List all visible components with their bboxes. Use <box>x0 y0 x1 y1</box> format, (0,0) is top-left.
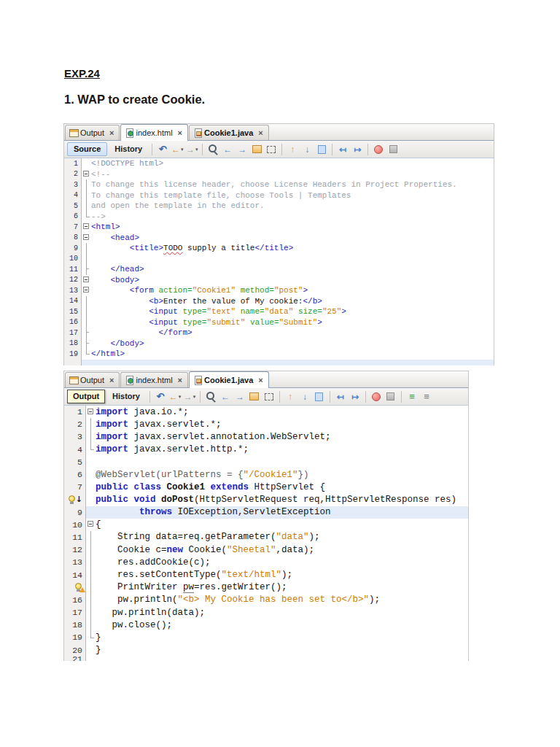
find-selection-icon[interactable] <box>206 143 219 155</box>
warning-bulb-icon[interactable] <box>75 583 82 592</box>
code-fold-toggle-icon[interactable] <box>82 275 91 286</box>
previous-occurrence-icon[interactable] <box>286 143 299 155</box>
shift-left-icon[interactable] <box>334 390 347 403</box>
code-fold-toggle-icon[interactable] <box>82 169 91 180</box>
close-icon[interactable]: × <box>177 128 183 137</box>
shift-left-icon[interactable] <box>336 143 349 155</box>
previous-occurrence-icon[interactable] <box>284 390 297 403</box>
code-fold-toggle-icon[interactable] <box>86 519 96 531</box>
code-line[interactable]: 8 <head> <box>64 233 494 244</box>
code-line[interactable]: 16 <input type="submit" value="Submit"> <box>64 317 494 328</box>
shift-right-icon[interactable] <box>351 143 364 155</box>
close-icon[interactable]: × <box>177 376 183 384</box>
tab-cookie1-java[interactable]: Cookie1.java× <box>189 371 269 388</box>
code-line[interactable]: 11 </head> <box>64 264 494 275</box>
code-line[interactable]: 6--> <box>64 212 494 222</box>
code-line[interactable]: 4import javax.servlet.http.*; <box>64 444 468 456</box>
find-next-icon[interactable] <box>236 143 249 155</box>
forward-icon[interactable] <box>183 390 196 403</box>
tab-output[interactable]: Output× <box>65 372 120 387</box>
find-selection-icon[interactable] <box>204 390 217 403</box>
shift-right-icon[interactable] <box>349 390 362 403</box>
code-line[interactable]: 19</html> <box>64 349 494 360</box>
toggle-search-highlight-icon[interactable] <box>250 143 263 155</box>
code-editor[interactable]: 1<!DOCTYPE html>2<!--3To change this lic… <box>64 158 494 365</box>
code-line[interactable]: 13 res.addCookie(c); <box>64 556 468 568</box>
stop-macro-icon[interactable] <box>384 390 397 403</box>
code-line[interactable]: 10{ <box>64 519 468 531</box>
toggle-occurrence-highlight-icon[interactable] <box>313 390 326 403</box>
code-line[interactable]: 16 pw.println("<b> My Cookie has been se… <box>64 594 468 606</box>
tab-index-html[interactable]: index.html× <box>120 372 188 387</box>
find-next-icon[interactable] <box>233 390 246 403</box>
code-line[interactable]: 21 <box>64 657 468 661</box>
stop-macro-icon[interactable] <box>386 143 400 155</box>
code-line[interactable]: 13 <form action="Cookie1" method="post"> <box>64 285 494 296</box>
code-line[interactable]: 14 <b>Enter the value of My cookie:</b> <box>64 296 494 307</box>
back-icon[interactable] <box>168 390 182 403</box>
code-line[interactable]: 10 <box>64 254 494 265</box>
code-fold-toggle-icon[interactable] <box>86 406 96 418</box>
code-line[interactable]: 1<!DOCTYPE html> <box>64 158 494 169</box>
code-fold-toggle-icon[interactable] <box>82 233 91 244</box>
record-macro-icon[interactable] <box>370 390 383 403</box>
code-line[interactable]: 2<!-- <box>64 169 494 180</box>
code-line[interactable]: 15 <input type="text" name="data" size="… <box>64 306 494 317</box>
code-line[interactable]: 17 pw.println(data); <box>64 606 468 619</box>
rectangular-selection-icon[interactable] <box>262 390 276 403</box>
code-line[interactable]: 9 <title>TODO supply a title</title> <box>64 243 494 254</box>
code-line[interactable]: 3import javax.servlet.annotation.WebServ… <box>64 430 468 443</box>
code-line[interactable]: 5 <box>64 456 468 468</box>
code-fold-toggle-icon[interactable] <box>82 285 91 296</box>
tab-output[interactable]: Output× <box>65 125 120 140</box>
code-line[interactable] <box>64 360 494 365</box>
find-previous-icon[interactable] <box>219 390 232 403</box>
uncomment-icon[interactable] <box>420 390 433 403</box>
back-icon[interactable] <box>171 143 184 155</box>
toggle-occurrence-highlight-icon[interactable] <box>315 143 328 155</box>
code-line[interactable]: 7<html> <box>64 222 494 233</box>
code-line[interactable]: 12 <body> <box>64 275 494 286</box>
tab-cookie1-java[interactable]: Cookie1.java× <box>189 125 269 140</box>
find-previous-icon[interactable] <box>221 143 234 155</box>
code-line[interactable]: ↓public void doPost(HttpServletRequest r… <box>64 493 468 506</box>
code-fold-toggle-icon[interactable] <box>82 222 91 233</box>
code-line[interactable]: 19} <box>64 631 468 643</box>
code-line[interactable]: 6@WebServlet(urlPatterns = {"/Cookie1"}) <box>64 468 468 481</box>
code-line[interactable]: PrintWriter pw=res.getWriter(); <box>64 581 468 594</box>
close-icon[interactable]: × <box>257 376 263 384</box>
code-line[interactable]: 12 Cookie c=new Cookie("Sheetal",data); <box>64 543 468 556</box>
code-line[interactable]: 18 </body> <box>64 338 494 349</box>
forward-icon[interactable] <box>185 143 198 155</box>
last-edit-position-icon[interactable] <box>154 390 167 403</box>
record-macro-icon[interactable] <box>372 143 385 155</box>
close-icon[interactable]: × <box>109 376 114 384</box>
code-line[interactable]: 2import javax.servlet.*; <box>64 418 468 430</box>
history-button[interactable]: History <box>109 143 148 155</box>
next-occurrence-icon[interactable] <box>298 390 311 403</box>
close-icon[interactable]: × <box>257 128 263 137</box>
close-icon[interactable]: × <box>109 128 114 137</box>
code-line[interactable]: 17 </form> <box>64 328 494 338</box>
code-line[interactable]: 18 pw.close(); <box>64 619 468 631</box>
code-line[interactable]: 4To change this template file, choose To… <box>64 190 494 201</box>
source-button[interactable]: Source <box>67 142 107 156</box>
next-occurrence-icon[interactable] <box>300 143 314 155</box>
toggle-search-highlight-icon[interactable] <box>248 390 261 403</box>
rectangular-selection-icon[interactable] <box>265 143 278 155</box>
comment-icon[interactable] <box>405 390 419 403</box>
code-line[interactable]: 3To change this license header, choose L… <box>64 179 494 190</box>
hint-bulb-icon[interactable] <box>69 495 76 504</box>
code-line[interactable]: 11 String data=req.getParameter("data"); <box>64 531 468 543</box>
code-line[interactable]: 14 res.setContentType("text/html"); <box>64 568 468 581</box>
code-line[interactable]: 5and open the template in the editor. <box>64 201 494 212</box>
code-editor[interactable]: 1import java.io.*;2import javax.servlet.… <box>64 406 468 661</box>
output-button[interactable]: Output <box>67 390 105 403</box>
code-line[interactable]: 20} <box>64 644 468 657</box>
code-line[interactable]: 7public class Cookie1 extends HttpServle… <box>64 481 468 493</box>
history-button[interactable]: History <box>106 390 146 403</box>
code-line[interactable]: 1import java.io.*; <box>64 406 468 418</box>
last-edit-position-icon[interactable] <box>156 143 169 155</box>
tab-index-html[interactable]: index.html× <box>120 124 188 141</box>
code-line[interactable]: 9 throws IOException,ServletException <box>64 506 468 519</box>
